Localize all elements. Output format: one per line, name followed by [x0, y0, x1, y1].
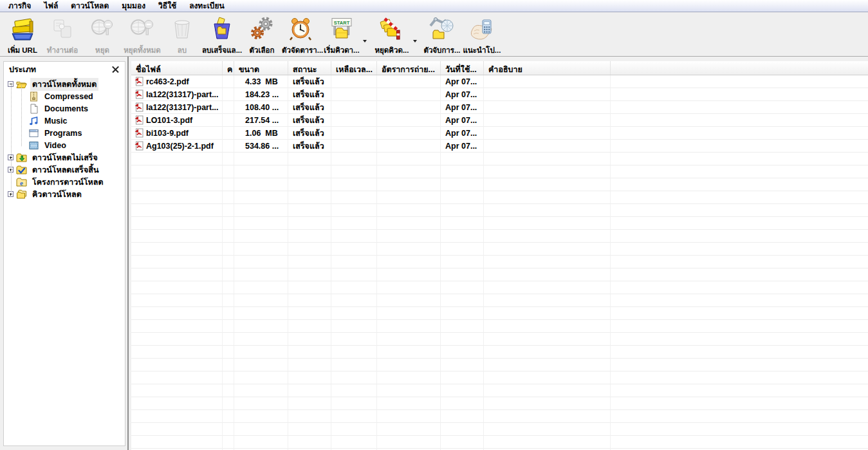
recommend-button[interactable]: แนะนำโป... — [462, 14, 502, 56]
cell-size — [234, 153, 288, 165]
close-icon[interactable] — [112, 66, 120, 73]
column-header-description[interactable]: คำอธิบาย — [484, 61, 611, 75]
cell-size: 108.40 ... — [234, 101, 288, 114]
menu-item-task[interactable]: ภารกิจ — [2, 0, 37, 13]
cell-description — [484, 333, 611, 346]
menu-item-download[interactable]: ดาวน์โหลด — [64, 0, 115, 13]
menu-item-file[interactable]: ไฟล์ — [37, 0, 64, 13]
tree-item-queues[interactable]: คิวดาวน์โหลด — [4, 188, 125, 200]
column-header-time_left[interactable]: เหลือเวล... — [331, 61, 377, 75]
grabber-button[interactable]: ตัวจับการ... — [422, 14, 462, 56]
tree-item-finished[interactable]: ดาวน์โหลดเสร็จสิ้น — [4, 164, 125, 176]
folder-complete-icon — [16, 165, 27, 175]
column-header-transfer_rate[interactable]: อัตราการถ่าย... — [377, 61, 441, 75]
tree-item-grabber-projects[interactable]: eโครงการดาวน์โหลด — [4, 176, 125, 188]
cell-date — [441, 359, 484, 371]
cell-time_left — [331, 153, 377, 165]
cell-status — [288, 217, 331, 230]
cell-q — [223, 217, 234, 230]
delete-completed-button[interactable]: ลบเสร็จแล... — [202, 14, 242, 56]
cell-q — [223, 281, 234, 294]
cell-size: 1.06 MB — [234, 127, 288, 140]
cell-description — [484, 307, 611, 320]
options-button[interactable]: ตัวเลือก — [242, 14, 282, 56]
stop-queue-button[interactable]: หยุดคิวด... — [372, 14, 412, 56]
cell-transfer_rate — [377, 333, 441, 346]
scheduler-button[interactable]: ตัวจัดตารา... — [282, 14, 322, 56]
tree-item-unfinished[interactable]: ดาวน์โหลดไม่เสร็จ — [4, 151, 125, 164]
cell-q — [223, 397, 234, 410]
tree-item-documents[interactable]: Documents — [4, 102, 125, 115]
tree-item-music[interactable]: Music — [4, 115, 125, 127]
panel-splitter[interactable] — [125, 57, 131, 450]
start-queue-button[interactable]: STARTเริ่มคิวดา... — [322, 14, 362, 56]
cell-status — [288, 230, 331, 243]
cell-status: เสร็จแล้ว — [288, 114, 331, 127]
menu-item-register[interactable]: ลงทะเบียน — [183, 0, 231, 13]
cell-transfer_rate — [377, 153, 441, 165]
add-url-button[interactable]: เพิ่ม URL — [3, 14, 42, 56]
cell-transfer_rate — [377, 423, 441, 436]
start-queue-dropdown-arrow-icon[interactable] — [362, 40, 368, 42]
music-icon — [28, 116, 39, 126]
table-row-empty — [131, 320, 868, 333]
cell-time_left — [331, 217, 377, 230]
stop-queue-dropdown-arrow-icon[interactable] — [412, 40, 418, 42]
menu-item-help[interactable]: วิธีใช้ — [152, 0, 183, 13]
cell-name — [131, 268, 223, 281]
column-header-q[interactable]: ค — [223, 61, 234, 75]
column-header-date[interactable]: วันที่ใช้... — [441, 61, 484, 75]
cell-date — [441, 320, 484, 333]
table-row[interactable]: rc463-2.pdf4.33 MBเสร็จแล้วApr 07... — [131, 75, 868, 88]
recommend-label: แนะนำโป... — [462, 44, 502, 56]
cell-time_left — [331, 281, 377, 294]
cell-status — [288, 320, 331, 333]
tree-item-label: ดาวน์โหลดเสร็จสิ้น — [30, 164, 101, 176]
cell-date: Apr 07... — [441, 75, 484, 88]
cell-name — [131, 165, 223, 178]
table-row[interactable]: la122(31317)-part...108.40 ...เสร็จแล้วA… — [131, 101, 868, 114]
cell-q — [223, 140, 234, 153]
cell-transfer_rate — [377, 243, 441, 256]
cell-description — [484, 127, 611, 140]
cell-size — [234, 346, 288, 359]
cell-filler — [611, 140, 868, 153]
cell-q — [223, 333, 234, 346]
cell-description — [484, 384, 611, 397]
cell-description — [484, 75, 611, 88]
cell-filler — [611, 346, 868, 359]
cell-q — [223, 307, 234, 320]
cell-name — [131, 217, 223, 230]
table-row[interactable]: bi103-9.pdf1.06 MBเสร็จแล้วApr 07... — [131, 127, 868, 140]
tree-item-video[interactable]: Video — [4, 139, 125, 151]
cell-status — [288, 191, 331, 204]
column-header-filler — [611, 61, 868, 75]
stop-label: หยุด — [82, 44, 122, 56]
cell-size — [234, 397, 288, 410]
cell-status — [288, 423, 331, 436]
tree-item-all-downloads[interactable]: ดาวน์โหลดทั้งหมด — [4, 78, 125, 90]
menu-item-view[interactable]: มุมมอง — [115, 0, 152, 13]
cell-date — [441, 371, 484, 384]
grabber-icon — [422, 15, 462, 44]
column-header-size[interactable]: ขนาด — [234, 61, 288, 75]
cell-date — [441, 178, 484, 191]
table-row[interactable]: LO101-3.pdf217.54 ...เสร็จแล้วApr 07... — [131, 114, 868, 127]
stop-queue-label: หยุดคิวด... — [372, 44, 412, 56]
column-header-name[interactable]: ชื่อไฟล์ — [131, 61, 223, 75]
cell-status — [288, 256, 331, 268]
cell-filler — [611, 75, 868, 88]
table-row[interactable]: la122(31317)-part...184.23 ...เสร็จแล้วA… — [131, 88, 868, 101]
cell-name: bi103-9.pdf — [131, 127, 223, 140]
tree-item-label: Documents — [42, 104, 90, 113]
cell-name — [131, 397, 223, 410]
document-icon — [28, 104, 39, 114]
cell-transfer_rate — [377, 294, 441, 307]
table-row[interactable]: Ag103(25)-2-1.pdf534.86 ...เสร็จแล้วApr … — [131, 140, 868, 153]
table-row-empty — [131, 217, 868, 230]
column-header-status[interactable]: สถานะ — [288, 61, 331, 75]
cell-name — [131, 410, 223, 423]
tree-item-compressed[interactable]: Compressed — [4, 90, 125, 102]
tree-item-programs[interactable]: Programs — [4, 127, 125, 139]
cell-name — [131, 371, 223, 384]
